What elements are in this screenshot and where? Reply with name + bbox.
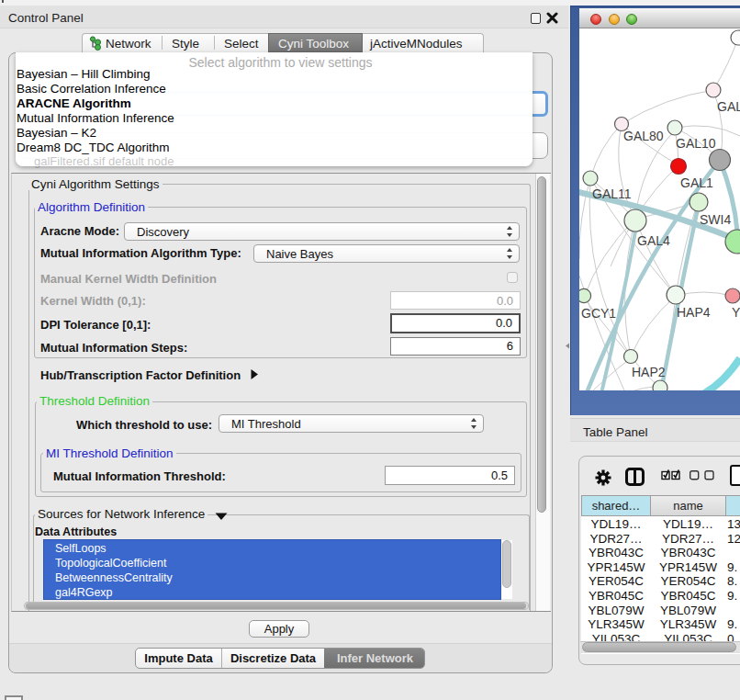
svg-text:HAP4: HAP4 (677, 305, 711, 320)
svg-text:GAL11: GAL11 (592, 186, 632, 201)
svg-text:HAP2: HAP2 (632, 365, 666, 379)
svg-text:GCY1: GCY1 (581, 306, 616, 321)
svg-text:GAL1: GAL1 (680, 175, 713, 190)
svg-text:SWI4: SWI4 (700, 212, 731, 227)
svg-text:GAL10: GAL10 (676, 136, 716, 151)
svg-text:GAL4: GAL4 (637, 233, 670, 248)
svg-text:GAL7: GAL7 (717, 99, 740, 114)
svg-text:GAL80: GAL80 (623, 129, 664, 143)
svg-text:Y: Y (732, 305, 740, 320)
